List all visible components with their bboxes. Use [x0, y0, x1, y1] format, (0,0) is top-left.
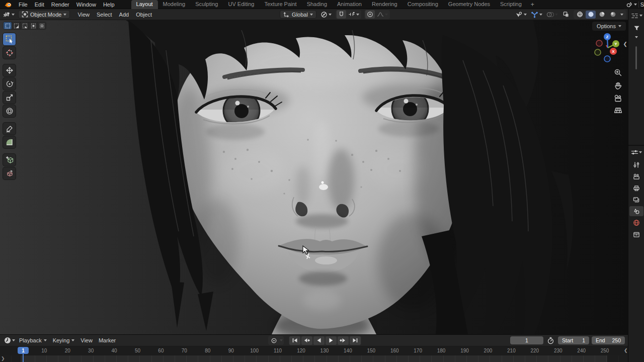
select-mode-subtract[interactable]	[21, 22, 29, 29]
camera-view-icon[interactable]	[614, 95, 622, 102]
menu-select[interactable]: Select	[93, 10, 116, 19]
menu-marker[interactable]: Marker	[96, 337, 119, 343]
workspace-tab-scripting[interactable]: Scripting	[495, 0, 527, 9]
show-overlays-toggle[interactable]	[545, 10, 559, 19]
workspace-tab-animation[interactable]: Animation	[332, 0, 367, 9]
menu-object[interactable]: Object	[132, 10, 155, 19]
tool-measure[interactable]	[3, 136, 16, 148]
gizmo-axis-y-neg[interactable]	[595, 49, 601, 55]
menu-window[interactable]: Window	[73, 0, 100, 9]
properties-tab-output[interactable]	[629, 183, 643, 193]
current-frame-field[interactable]: 1	[510, 336, 543, 344]
properties-tab-view-layer[interactable]	[629, 195, 643, 205]
workspace-tab-rendering[interactable]: Rendering	[367, 0, 403, 9]
scene-selector[interactable]: S	[624, 0, 644, 9]
tool-annotate[interactable]	[3, 123, 16, 135]
auto-keyframe-toggle[interactable]	[269, 336, 279, 345]
navigation-gizmo[interactable]: Z Y X	[593, 31, 625, 63]
properties-editor-selector[interactable]	[628, 148, 644, 156]
jump-to-end-button[interactable]	[350, 336, 361, 345]
editor-type-selector[interactable]	[2, 10, 16, 19]
snap-toggle[interactable]	[337, 10, 346, 19]
pivot-point-selector[interactable]	[319, 10, 333, 19]
sidebar-toggle-chevron[interactable]: ❮	[623, 41, 627, 47]
select-mode-extend[interactable]	[12, 22, 20, 29]
ruler-scroll-chevron[interactable]: ❮	[624, 348, 628, 353]
mode-selector[interactable]: Object Mode	[18, 10, 70, 19]
tool-duplicate[interactable]	[3, 167, 16, 179]
tool-move[interactable]	[3, 64, 16, 76]
snap-settings[interactable]	[347, 10, 360, 19]
tool-scale[interactable]	[3, 92, 16, 104]
menu-render[interactable]: Render	[48, 0, 73, 9]
workspace-tab-geometry-nodes[interactable]: Geometry Nodes	[443, 0, 495, 9]
properties-tab-object[interactable]	[629, 229, 643, 239]
blender-logo-icon[interactable]	[4, 1, 12, 8]
panel-divider[interactable]	[628, 145, 644, 146]
workspace-tab-texture-paint[interactable]: Texture Paint	[259, 0, 301, 9]
tool-transform[interactable]	[3, 105, 16, 117]
add-workspace-button[interactable]: +	[527, 1, 538, 8]
stopwatch-icon[interactable]	[547, 337, 554, 344]
timeline-tracks[interactable]	[0, 355, 628, 362]
tool-rotate[interactable]	[3, 78, 16, 90]
workspace-tab-sculpting[interactable]: Sculpting	[190, 0, 223, 9]
workspace-tab-layout[interactable]: Layout	[131, 0, 158, 9]
options-button[interactable]: Options	[592, 22, 626, 31]
tool-add-cube[interactable]	[3, 154, 16, 166]
menu-view[interactable]: View	[74, 10, 93, 19]
zoom-icon[interactable]	[614, 68, 622, 77]
menu-edit[interactable]: Edit	[31, 0, 48, 9]
tool-select-box[interactable]	[3, 33, 16, 45]
toggle-xray[interactable]	[561, 10, 571, 19]
gizmo-axis-x-neg[interactable]	[596, 40, 602, 46]
outliner-scrollbar[interactable]	[635, 46, 637, 69]
timeline-editor-selector[interactable]	[3, 336, 16, 345]
properties-tab-world[interactable]	[629, 218, 643, 228]
menu-add[interactable]: Add	[116, 10, 133, 19]
shading-material-button[interactable]	[597, 11, 607, 19]
pan-hand-icon[interactable]	[614, 81, 622, 90]
next-keyframe-button[interactable]	[338, 336, 349, 345]
playhead[interactable]: 1	[18, 347, 29, 354]
workspace-tab-modeling[interactable]: Modeling	[158, 0, 191, 9]
perspective-grid-icon[interactable]	[614, 107, 622, 114]
show-gizmos-toggle[interactable]	[530, 10, 543, 19]
properties-tab-render[interactable]	[629, 171, 643, 182]
viewport-3d[interactable]: Options Z Y X	[0, 20, 628, 334]
properties-tab-tool[interactable]	[629, 160, 643, 170]
tool-cursor[interactable]	[3, 47, 16, 59]
playhead-line[interactable]	[23, 354, 24, 362]
tracks-expand-chevron[interactable]: ❯	[1, 356, 5, 361]
workspace-tab-compositing[interactable]: Compositing	[403, 0, 443, 9]
select-mode-set[interactable]	[4, 22, 12, 29]
gizmo-axis-z-neg[interactable]	[604, 56, 610, 62]
proportional-editing-toggle[interactable]	[365, 10, 375, 19]
transform-orientation-selector[interactable]: Global	[280, 10, 316, 19]
jump-to-start-button[interactable]	[289, 336, 300, 345]
play-button[interactable]	[326, 336, 337, 345]
outliner-filter-button[interactable]	[628, 24, 644, 32]
outliner-collapse-button[interactable]	[628, 34, 644, 40]
menu-keying[interactable]: Keying	[50, 337, 78, 343]
menu-view[interactable]: View	[77, 337, 96, 343]
workspace-tab-shading[interactable]: Shading	[302, 0, 332, 9]
select-mode-invert[interactable]	[29, 22, 37, 29]
start-frame-field[interactable]: Start 1	[558, 336, 589, 344]
properties-tab-scene[interactable]	[629, 206, 643, 216]
outliner-editor-selector[interactable]	[628, 11, 644, 20]
select-mode-intersect[interactable]	[38, 22, 46, 29]
shading-wireframe-button[interactable]	[575, 11, 585, 19]
falloff-selector[interactable]	[376, 10, 389, 19]
menu-help[interactable]: Help	[100, 0, 118, 9]
shading-solid-button[interactable]	[586, 11, 596, 19]
menu-file[interactable]: File	[15, 0, 31, 9]
play-reverse-button[interactable]	[313, 336, 325, 345]
object-visibility-selector[interactable]	[514, 10, 528, 19]
timeline-ruler[interactable]: 1020304050607080901001101201301401501601…	[0, 346, 628, 355]
workspace-tab-uv-editing[interactable]: UV Editing	[223, 0, 259, 9]
menu-playback[interactable]: Playback	[16, 337, 50, 343]
shading-rendered-button[interactable]	[608, 11, 618, 19]
previous-keyframe-button[interactable]	[301, 336, 312, 345]
end-frame-field[interactable]: End 250	[592, 336, 625, 344]
